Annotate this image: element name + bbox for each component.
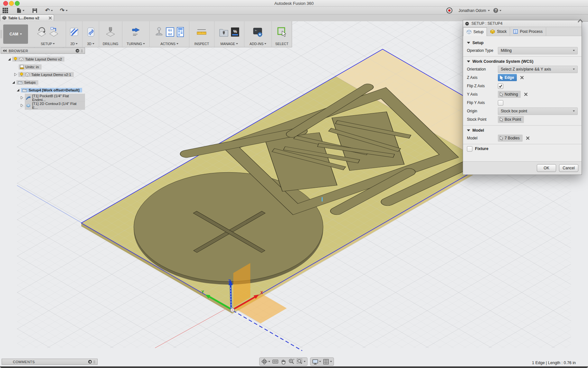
collapse-panel-icon[interactable]	[3, 49, 7, 52]
panel-grip[interactable]	[81, 49, 83, 52]
post-process-icon[interactable]: G1 G2	[165, 26, 175, 38]
stock-point-chip[interactable]: Box Point	[498, 116, 524, 123]
select-value: Stock box point	[501, 109, 573, 113]
feed-speed-icon[interactable]: %	[230, 26, 240, 38]
origin-select[interactable]: Stock box point	[498, 108, 578, 115]
section-wcs[interactable]: Work Coordinate System (WCS)	[467, 59, 578, 64]
visibility-bulb-icon[interactable]	[14, 57, 17, 61]
y-axis-selection-chip[interactable]: Nothing	[498, 91, 521, 98]
ribbon-group-manage[interactable]: % MANAGE	[214, 21, 244, 47]
checkmark-icon	[499, 84, 502, 88]
setup-sheet-icon[interactable]	[176, 26, 185, 38]
tab-stock[interactable]: Stock	[487, 27, 510, 36]
setup-dialog-tabs: Setup Stock G1G2 Post Process	[463, 27, 582, 36]
collapsed-icon[interactable]	[14, 73, 17, 76]
field-label: Y Axis	[467, 92, 498, 97]
stock-tab-icon	[490, 29, 495, 34]
2d-milling-icon[interactable]	[69, 26, 80, 38]
measure-icon[interactable]	[196, 26, 207, 38]
look-at-button[interactable]	[272, 359, 279, 364]
tree-row-pocket8[interactable]: [T1] Pocket8 (1/4" Flat Endmi...	[20, 95, 85, 101]
tab-post-process[interactable]: G1G2 Post Process	[510, 27, 546, 36]
zoom-icon	[288, 358, 295, 365]
file-menu-button[interactable]	[17, 8, 24, 13]
tree-row-units[interactable]: Units: in	[19, 64, 42, 70]
new-folder-setup-icon[interactable]	[48, 26, 59, 38]
drilling-icon[interactable]	[105, 26, 116, 38]
ribbon-group-2d[interactable]: 2D	[66, 21, 83, 47]
tree-row-setup4[interactable]: Setup4 [Work offset=Default]	[16, 87, 82, 93]
tree-row-root-component[interactable]: Table Layout Demo v2	[7, 56, 64, 62]
setup-dialog-header[interactable]: SETUP : SETUP4	[463, 20, 582, 27]
section-model[interactable]: Model	[467, 128, 578, 133]
redo-button[interactable]: ↷	[60, 8, 68, 13]
clear-model-icon[interactable]	[526, 136, 530, 140]
select-icon[interactable]	[276, 26, 287, 38]
zoom-button[interactable]	[288, 358, 295, 365]
grid-layout-button[interactable]	[323, 359, 332, 365]
tree-row-2dcontour3[interactable]: [T1] 2D Contour3 (1/4" Flat E...	[20, 102, 85, 109]
expanded-icon[interactable]	[7, 57, 11, 61]
turning-icon[interactable]	[130, 26, 141, 38]
post-process-tab-icon: G1G2	[513, 29, 518, 34]
ok-button[interactable]: OK	[537, 164, 556, 172]
document-tab[interactable]: Table L...Demo v2	[0, 14, 54, 21]
tree-row-setups[interactable]: Setups	[12, 79, 38, 85]
flip-y-checkbox[interactable]	[498, 100, 503, 106]
ribbon-group-setup[interactable]: SETUP	[30, 21, 66, 47]
new-setup-icon[interactable]	[36, 26, 47, 38]
undo-button[interactable]: ↶	[45, 8, 53, 13]
row-y-axis: Y Axis Nothing	[467, 91, 578, 98]
cancel-button[interactable]: Cancel	[559, 164, 578, 172]
collapsed-icon[interactable]	[20, 96, 24, 99]
visibility-bulb-icon[interactable]	[20, 72, 24, 77]
section-setup[interactable]: Setup	[467, 41, 578, 45]
chevron-up-icon[interactable]	[577, 19, 583, 23]
fixture-checkbox[interactable]	[467, 146, 472, 152]
tool-library-icon[interactable]	[219, 26, 229, 38]
collapsed-icon[interactable]	[20, 104, 24, 107]
pan-button[interactable]	[280, 359, 286, 365]
3d-milling-icon[interactable]	[85, 26, 96, 38]
ribbon-group-drilling[interactable]: DRILLING	[99, 21, 122, 47]
ribbon-group-3d[interactable]: 3D	[82, 21, 99, 47]
operation-type-select[interactable]: Milling	[498, 47, 578, 54]
z-axis-selection-chip[interactable]: Edge	[498, 74, 517, 81]
simulate-icon[interactable]	[154, 26, 164, 38]
clear-y-axis-icon[interactable]	[524, 92, 528, 96]
row-orientation: Orientation Select Z axis/plane && Y axi…	[467, 66, 578, 73]
help-menu[interactable]: ?	[493, 8, 501, 13]
model-selection-chip[interactable]: 7 Bodies	[498, 135, 523, 142]
expanded-icon[interactable]	[16, 88, 20, 92]
panel-grip[interactable]	[93, 360, 95, 363]
ribbon-grip[interactable]	[0, 21, 3, 47]
addins-icon[interactable]: >-	[252, 26, 263, 38]
zoom-window-button[interactable]	[297, 358, 306, 365]
clear-z-axis-icon[interactable]	[520, 76, 524, 80]
collapse-dialog-icon[interactable]	[465, 22, 469, 25]
tree-row-component-instance[interactable]: Table Layout Demo v2:1	[14, 71, 74, 78]
ribbon-group-addins[interactable]: >- ADD-INS	[244, 21, 272, 47]
expanded-icon[interactable]	[12, 80, 15, 84]
tab-setup[interactable]: Setup	[463, 27, 487, 36]
flip-z-checkbox[interactable]	[498, 83, 503, 89]
browser-header[interactable]: BROWSER	[1, 48, 85, 54]
collapse-all-icon[interactable]	[76, 49, 79, 52]
orientation-select[interactable]: Select Z axis/plane && Y axis	[498, 66, 578, 73]
comments-header[interactable]: COMMENTS	[2, 359, 98, 365]
field-label: Flip Y Axis	[467, 100, 498, 105]
display-settings-button[interactable]	[312, 359, 321, 365]
selected-edge-highlight[interactable]	[322, 197, 323, 202]
ribbon-group-inspect[interactable]: INSPECT	[189, 21, 214, 47]
orbit-button[interactable]	[261, 358, 270, 365]
record-button[interactable]	[446, 8, 452, 13]
ribbon-group-turning[interactable]: TURNING	[122, 21, 150, 47]
user-menu[interactable]: Jonathan Odom	[459, 8, 490, 13]
workspace-switcher[interactable]: CAM	[3, 24, 28, 44]
close-tab-icon[interactable]	[49, 16, 52, 20]
app-grid-icon[interactable]	[3, 8, 8, 13]
ribbon-group-select[interactable]: SELECT	[272, 21, 292, 47]
ribbon-group-actions[interactable]: G1 G2 ACTIONS	[150, 21, 189, 47]
add-comment-icon[interactable]	[88, 360, 92, 363]
save-button[interactable]	[32, 8, 37, 13]
